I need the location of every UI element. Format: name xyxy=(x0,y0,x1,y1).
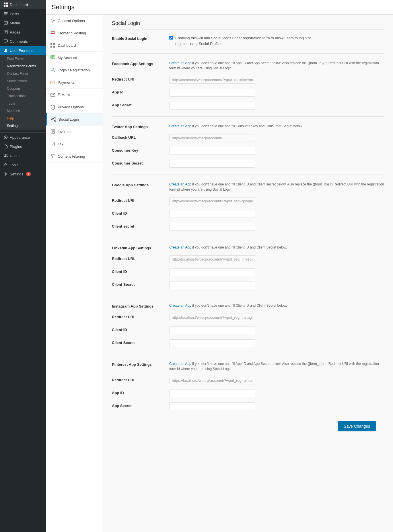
linkedin-client-secret-input[interactable] xyxy=(169,281,255,289)
sidebar-my-account[interactable]: My Account xyxy=(46,52,103,64)
save-button[interactable]: Save Changes xyxy=(338,421,376,431)
sidebar-privacy-options[interactable]: Privacy Options xyxy=(46,101,103,113)
google-section-row: Google App Settings Create an App if you… xyxy=(112,182,384,192)
svg-rect-3 xyxy=(6,5,8,7)
instagram-redirect-uri-value xyxy=(169,314,384,321)
nav-dashboard[interactable]: Dashboard xyxy=(0,0,46,9)
facebook-redirect-uri-input[interactable] xyxy=(169,76,255,84)
twitter-consumer-secret-input[interactable] xyxy=(169,160,255,168)
nav-pages[interactable]: Pages xyxy=(0,28,46,37)
twitter-callback-url-label: Callback URL xyxy=(112,134,169,140)
sub-transactions[interactable]: Transactions xyxy=(0,92,46,100)
instagram-client-id-row: Client ID xyxy=(112,326,384,334)
twitter-section-label: Twitter App Settings xyxy=(112,124,169,129)
svg-rect-25 xyxy=(53,43,55,45)
svg-rect-2 xyxy=(4,5,5,7)
instagram-client-id-input[interactable] xyxy=(169,326,255,334)
google-create-app-link[interactable]: Create an App xyxy=(169,182,191,186)
sub-settings[interactable]: Settings xyxy=(0,122,46,130)
linkedin-client-id-input[interactable] xyxy=(169,268,255,276)
svg-rect-18 xyxy=(4,146,7,148)
facebook-app-secret-input[interactable] xyxy=(169,102,255,109)
facebook-redirect-uri-label: Redirect URI xyxy=(112,76,169,81)
sidebar-frontend-posting[interactable]: Frontend Posting xyxy=(46,27,103,39)
pinterest-app-secret-value xyxy=(169,402,384,410)
sidebar-login-registration[interactable]: Login / Registration xyxy=(46,64,103,76)
google-client-secret-input[interactable] xyxy=(169,223,255,231)
sidebar-general-options[interactable]: General Options xyxy=(46,15,103,27)
linkedin-redirect-url-input[interactable] xyxy=(169,255,255,263)
svg-rect-4 xyxy=(4,12,8,13)
twitter-consumer-secret-value xyxy=(169,160,384,168)
nav-appearance[interactable]: Appearance xyxy=(0,133,46,142)
svg-rect-13 xyxy=(4,40,8,42)
twitter-consumer-key-input[interactable] xyxy=(169,147,255,155)
sidebar-payments[interactable]: Payments xyxy=(46,76,103,89)
instagram-client-id-value xyxy=(169,326,384,334)
pinterest-app-secret-row: App Secret xyxy=(112,402,384,410)
sub-tools[interactable]: Tools xyxy=(0,100,46,107)
enable-social-login-checkbox[interactable] xyxy=(169,36,173,40)
pinterest-section-label: Pinterest App Settings xyxy=(112,361,169,367)
google-desc: Create an App if you don't have one and … xyxy=(169,182,384,191)
pinterest-app-id-value xyxy=(169,390,384,397)
google-redirect-uri-input[interactable] xyxy=(169,197,255,205)
sub-help[interactable]: Help xyxy=(0,115,46,122)
facebook-create-app-link[interactable]: Create an App xyxy=(169,61,191,65)
pinterest-app-secret-input[interactable] xyxy=(169,402,255,410)
svg-rect-43 xyxy=(52,132,53,132)
svg-point-37 xyxy=(55,120,56,122)
pinterest-redirect-uri-input[interactable] xyxy=(169,377,255,384)
sub-subscriptions[interactable]: Subscriptions xyxy=(0,77,46,85)
sidebar-tax[interactable]: Tax xyxy=(46,138,103,150)
sub-coupons[interactable]: Coupons xyxy=(0,85,46,92)
svg-rect-1 xyxy=(6,3,8,4)
instagram-redirect-uri-input[interactable] xyxy=(169,314,255,321)
linkedin-create-app-link[interactable]: Create an App xyxy=(169,245,191,249)
nav-user-frontend[interactable]: User Frontend xyxy=(0,46,46,55)
sidebar-invoices[interactable]: Invoices xyxy=(46,126,103,138)
google-client-secret-row: Client secret xyxy=(112,223,384,231)
svg-rect-6 xyxy=(4,14,7,15)
sub-contact-form[interactable]: Contact Form xyxy=(0,70,46,77)
settings-badge: 1 xyxy=(26,172,31,176)
sub-post-forms[interactable]: Post Forms xyxy=(0,55,46,62)
sidebar-social-login[interactable]: Social Login xyxy=(46,113,103,126)
enable-checkbox-row: Enabling this will add Social Icons unde… xyxy=(169,35,384,46)
svg-line-39 xyxy=(53,120,55,121)
instagram-create-app-link[interactable]: Create an App xyxy=(169,304,191,308)
pinterest-app-id-label: App ID xyxy=(112,390,169,395)
sub-modules[interactable]: Modules xyxy=(0,107,46,115)
twitter-callback-url-input[interactable] xyxy=(169,134,255,142)
svg-point-36 xyxy=(55,117,56,118)
pinterest-section-desc: Create an App if you don't have one and … xyxy=(169,361,384,371)
google-client-id-input[interactable] xyxy=(169,210,255,218)
pinterest-app-id-input[interactable] xyxy=(169,390,255,397)
section-title: Social Login xyxy=(112,20,384,30)
nav-media[interactable]: Media xyxy=(0,18,46,28)
svg-line-38 xyxy=(53,118,55,119)
nav-users[interactable]: Users xyxy=(0,151,46,160)
nav-settings-admin[interactable]: Settings 1 xyxy=(0,169,46,179)
svg-rect-5 xyxy=(4,13,8,14)
sidebar-emails[interactable]: E-Mails xyxy=(46,89,103,101)
pinterest-create-app-link[interactable]: Create an App xyxy=(169,362,191,366)
instagram-client-secret-value xyxy=(169,339,384,347)
sub-registration-forms[interactable]: Registration Forms xyxy=(0,62,46,70)
facebook-app-id-input[interactable] xyxy=(169,89,255,97)
linkedin-client-id-row: Client ID xyxy=(112,268,384,276)
nav-posts[interactable]: Posts xyxy=(0,9,46,18)
svg-marker-8 xyxy=(5,22,7,23)
pinterest-redirect-uri-value xyxy=(169,377,384,384)
instagram-desc: Create an App if you don't have one and … xyxy=(169,304,287,308)
sidebar-dashboard[interactable]: Dashboard xyxy=(46,39,103,52)
twitter-create-app-link[interactable]: Create an App xyxy=(169,124,191,128)
nav-plugins[interactable]: Plugins xyxy=(0,142,46,151)
nav-tools-admin[interactable]: Tools xyxy=(0,160,46,169)
instagram-section-row: Instagram App Settings Create an App if … xyxy=(112,303,384,308)
facebook-app-id-label: App Id xyxy=(112,89,169,94)
instagram-client-secret-input[interactable] xyxy=(169,339,255,347)
nav-comments[interactable]: Comments xyxy=(0,37,46,46)
twitter-callback-url-value xyxy=(169,134,384,142)
sidebar-content-filtering[interactable]: Content Filtering xyxy=(46,150,103,163)
